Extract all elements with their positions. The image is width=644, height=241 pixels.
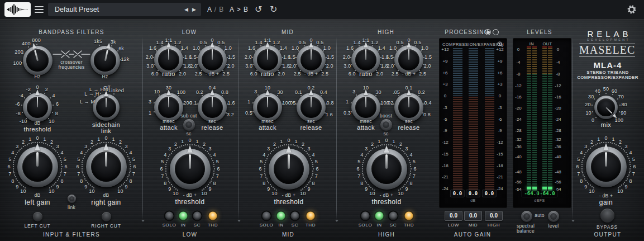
left-gain-knob[interactable] <box>17 147 58 187</box>
right-gain-scale-label: 1 <box>112 136 115 142</box>
mid-ratio-scale-label: 1.4 <box>255 40 263 45</box>
crossover-low-mid-knob[interactable] <box>23 46 53 75</box>
high-attack-caption: attack <box>357 124 375 131</box>
low-thd-led[interactable] <box>209 212 217 220</box>
high-release-knob[interactable] <box>394 93 423 122</box>
high-threshold-caption: - dB + <box>380 192 394 198</box>
input-threshold-scale-label: -2 <box>26 87 30 92</box>
undo-icon[interactable]: ↺ <box>255 3 262 16</box>
section-header: LEVELS <box>527 29 552 35</box>
output-gain-scale-label: 1 <box>597 136 600 142</box>
high-makeup-scale-label: 0 <box>407 37 410 43</box>
mid-threshold-knob[interactable] <box>269 149 309 190</box>
levels-scale-tick: -4 <box>516 60 520 65</box>
auto-gain-level-knob[interactable] <box>548 211 559 222</box>
levels-col-header: IN <box>529 41 534 46</box>
low-attack-scale-label: 100 <box>177 89 186 95</box>
compression-readout: 0.0 <box>450 190 465 197</box>
ab-compare-button[interactable]: A / B <box>207 3 224 16</box>
compression-meter-panel: COMPRESSION/EXPANSION+12+12+9+9+6+6+3+30… <box>439 38 507 208</box>
output-gain-knob[interactable] <box>586 147 627 187</box>
ab-copy-button[interactable]: A > B <box>230 3 249 16</box>
low-thd-led-label: THD <box>208 223 218 228</box>
input-threshold-scale-label: -8 <box>16 111 21 116</box>
low-makeup-scale-label: 2.0 <box>190 63 197 69</box>
high-sc-led[interactable] <box>389 212 398 220</box>
mid-thd-led[interactable] <box>307 212 315 220</box>
output-gain-scale-label: 10 <box>617 188 623 194</box>
right-gain-scale-label: 8 <box>80 178 83 184</box>
low-sidechain-subcut-knob[interactable] <box>183 119 195 131</box>
spectral-balance-knob[interactable] <box>521 211 532 222</box>
high-release-caption: release <box>398 124 420 131</box>
compression-meter-bar <box>485 48 494 191</box>
high-attack-scale-label: 0.3 <box>344 110 351 116</box>
levels-scale-tick: -20 <box>515 106 522 111</box>
input-threshold-scale-label: 6 <box>56 101 59 107</box>
knob-pointer-icon <box>286 145 292 153</box>
output-gain-scale-label: 9 <box>584 184 587 190</box>
output-gain-scale-label: 6 <box>576 164 579 169</box>
mid-release-knob[interactable] <box>297 93 326 122</box>
left-gain-scale-label: 4 <box>11 150 14 155</box>
mid-threshold-scale-label: 10 <box>271 191 277 196</box>
bypass-button[interactable] <box>600 209 614 223</box>
mix-scale-label: 60 <box>612 88 617 94</box>
low-sc-led[interactable] <box>193 212 202 220</box>
high-attack-knob[interactable] <box>351 93 380 122</box>
output-gain-scale-label: 3 <box>584 144 587 149</box>
right-gain-knob[interactable] <box>86 147 127 187</box>
input-threshold-scale-label: 8 <box>55 111 58 116</box>
low-release-knob[interactable] <box>198 93 227 122</box>
right-gain-scale-label: 0 <box>104 135 107 141</box>
low-threshold-caption: - dB + <box>183 192 197 198</box>
left-gain-scale-label: 9 <box>56 184 59 190</box>
preset-selector[interactable]: Default Preset ◀ ▶ <box>48 3 201 16</box>
menu-icon[interactable] <box>35 6 44 13</box>
mid-release-caption: release <box>300 124 322 131</box>
high-makeup-scale-label: 2.0 <box>387 63 394 69</box>
relab-logo-icon[interactable] <box>4 2 31 17</box>
high-makeup-caption: - dB + <box>402 71 416 77</box>
mid-in-led[interactable] <box>277 212 285 220</box>
input-threshold-knob[interactable] <box>23 93 52 122</box>
low-makeup-caption: - dB + <box>206 71 220 77</box>
section-header: LOW <box>182 29 197 35</box>
left-cut-button[interactable] <box>33 212 42 221</box>
redo-icon[interactable]: ↻ <box>270 3 277 16</box>
low-makeup-scale-label: 1.5 <box>228 54 235 60</box>
comp-scale-tick: 0 <box>444 93 446 98</box>
mid-attack-knob[interactable] <box>253 93 282 122</box>
left-gain-scale-label: 8 <box>11 178 14 184</box>
low-attack-knob[interactable] <box>154 93 183 122</box>
low-threshold-knob[interactable] <box>170 149 211 190</box>
mid-makeup-scale-label: 0.5 <box>299 40 306 45</box>
processing-meter-radio[interactable] <box>493 29 499 35</box>
levels-scale-tick: -40 <box>555 154 561 159</box>
mid-solo-led[interactable] <box>263 212 271 220</box>
sidechain-link-knob[interactable] <box>93 94 120 121</box>
auto-gain-readout-high: 0.0 <box>485 211 503 221</box>
mix-knob[interactable] <box>594 96 618 119</box>
low-release-scale-label: 0.4 <box>208 85 216 91</box>
high-threshold-scale-label: 3 <box>365 146 368 152</box>
mid-sc-led[interactable] <box>291 212 299 220</box>
mid-threshold-scale-label: 2 <box>273 141 276 147</box>
preset-prev-icon[interactable]: ◀ <box>184 3 188 16</box>
comp-scale-tick: -9 <box>443 128 447 133</box>
comp-scale-tick: 0 <box>499 93 501 98</box>
crossover-mid-high-knob[interactable] <box>90 46 120 75</box>
preset-next-icon[interactable]: ▶ <box>192 3 196 16</box>
low-solo-led[interactable] <box>165 212 174 220</box>
high-threshold-knob[interactable] <box>366 149 407 190</box>
high-thd-led[interactable] <box>405 212 413 220</box>
high-solo-led[interactable] <box>361 212 370 220</box>
settings-gear-icon[interactable] <box>627 4 637 15</box>
mid-release-scale-label: 0.2 <box>307 85 314 91</box>
high-sidechain-boost-knob[interactable] <box>380 119 392 131</box>
low-in-led[interactable] <box>179 212 188 220</box>
gain-link-knob[interactable] <box>68 195 76 203</box>
mid-attack-scale-label: 0.5 <box>245 110 252 116</box>
high-in-led[interactable] <box>375 212 384 220</box>
right-cut-button[interactable] <box>102 212 111 221</box>
